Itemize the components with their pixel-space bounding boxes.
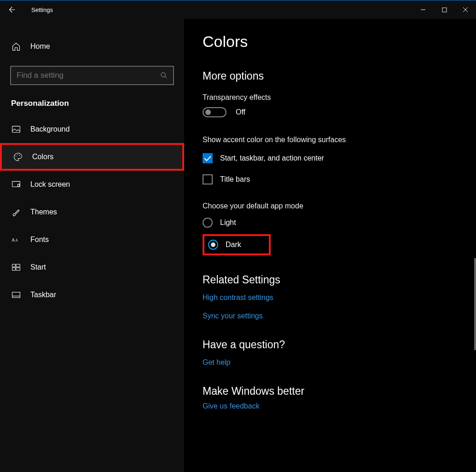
arrow-left-icon xyxy=(7,6,16,14)
link-get-help[interactable]: Get help xyxy=(203,358,458,367)
close-button[interactable] xyxy=(455,0,476,19)
make-better-heading: Make Windows better xyxy=(203,385,458,397)
main-content: Colors More options Transparency effects… xyxy=(184,19,476,472)
home-icon xyxy=(11,41,21,52)
back-button[interactable] xyxy=(0,6,23,14)
transparency-state: Off xyxy=(236,108,245,116)
minimize-button[interactable] xyxy=(412,0,434,19)
svg-text:A: A xyxy=(12,237,15,242)
search-icon xyxy=(155,72,173,79)
checkbox-titlebars[interactable] xyxy=(203,174,213,184)
svg-rect-11 xyxy=(16,264,20,267)
checkbox-titlebars-label: Title bars xyxy=(220,175,250,184)
home-button[interactable]: Home xyxy=(0,33,184,60)
page-title: Colors xyxy=(203,33,458,51)
svg-rect-13 xyxy=(16,268,20,271)
radio-dark-label: Dark xyxy=(226,241,241,249)
nav-label: Fonts xyxy=(30,236,49,244)
nav-label: Themes xyxy=(30,208,57,216)
nav-label: Taskbar xyxy=(30,291,56,299)
checkbox-start-taskbar-label: Start, taskbar, and action center xyxy=(220,154,324,162)
app-mode-heading: Choose your default app mode xyxy=(203,202,458,210)
nav-item-background[interactable]: Background xyxy=(0,115,184,143)
svg-rect-2 xyxy=(12,126,20,132)
accent-surfaces-heading: Show accent color on the following surfa… xyxy=(203,136,458,144)
nav-item-colors[interactable]: Colors xyxy=(0,143,184,171)
titlebar: Settings xyxy=(0,0,476,19)
brush-icon xyxy=(11,207,21,217)
svg-point-1 xyxy=(161,73,165,77)
radio-light[interactable] xyxy=(203,218,213,228)
highlight-dark-mode: Dark xyxy=(203,234,271,255)
nav-item-start[interactable]: Start xyxy=(0,253,184,281)
transparency-toggle[interactable] xyxy=(203,107,226,117)
question-heading: Have a question? xyxy=(203,339,458,351)
radio-light-row[interactable]: Light xyxy=(203,218,458,228)
svg-rect-7 xyxy=(17,184,19,186)
palette-icon xyxy=(13,152,23,162)
svg-rect-0 xyxy=(442,7,446,12)
related-heading: Related Settings xyxy=(203,274,458,286)
nav-item-themes[interactable]: Themes xyxy=(0,198,184,226)
nav-item-lockscreen[interactable]: Lock screen xyxy=(0,171,184,198)
svg-rect-14 xyxy=(12,292,20,298)
sidebar: Home Personalization Background Colors xyxy=(0,19,184,472)
nav-label: Lock screen xyxy=(30,180,70,189)
radio-dark-row[interactable]: Dark xyxy=(208,240,241,250)
window-title: Settings xyxy=(23,6,53,13)
svg-point-5 xyxy=(19,155,20,156)
nav-label: Start xyxy=(30,263,46,271)
nav-item-taskbar[interactable]: Taskbar xyxy=(0,281,184,309)
more-options-heading: More options xyxy=(203,70,458,82)
link-feedback[interactable]: Give us feedback xyxy=(203,402,458,410)
search-input[interactable] xyxy=(11,71,155,80)
home-label: Home xyxy=(30,42,50,51)
start-icon xyxy=(11,262,21,272)
scrollbar[interactable] xyxy=(474,258,476,350)
lockscreen-icon xyxy=(11,179,21,190)
checkbox-start-taskbar[interactable] xyxy=(203,153,213,163)
search-box[interactable] xyxy=(10,66,174,85)
minimize-icon xyxy=(420,7,426,12)
link-sync[interactable]: Sync your settings xyxy=(203,312,458,320)
fonts-icon: AA xyxy=(11,235,21,245)
svg-point-3 xyxy=(16,156,17,157)
radio-dark[interactable] xyxy=(208,240,218,250)
close-icon xyxy=(463,7,468,12)
transparency-label: Transparency effects xyxy=(203,93,458,102)
section-label: Personalization xyxy=(0,93,184,115)
link-high-contrast[interactable]: High contrast settings xyxy=(203,294,458,302)
nav-label: Colors xyxy=(32,153,53,161)
taskbar-icon xyxy=(11,290,21,300)
svg-rect-12 xyxy=(12,268,16,271)
radio-light-label: Light xyxy=(220,219,236,227)
maximize-icon xyxy=(442,7,447,12)
svg-point-4 xyxy=(17,154,18,155)
svg-rect-10 xyxy=(12,264,16,267)
svg-text:A: A xyxy=(15,238,18,242)
picture-icon xyxy=(11,124,21,134)
maximize-button[interactable] xyxy=(434,0,455,19)
toggle-knob xyxy=(205,109,211,115)
nav-label: Background xyxy=(30,125,70,133)
nav-item-fonts[interactable]: AA Fonts xyxy=(0,226,184,253)
